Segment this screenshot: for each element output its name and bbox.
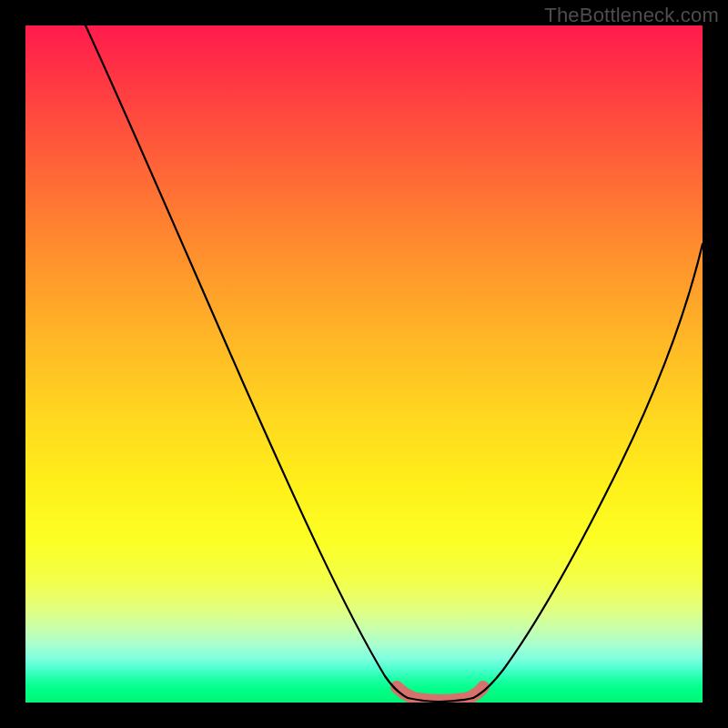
curve-right-branch — [473, 244, 703, 698]
watermark-text: TheBottleneck.com — [544, 4, 719, 27]
plot-area — [25, 25, 703, 703]
curve-layer — [25, 25, 703, 703]
curve-left-branch — [86, 25, 408, 698]
chart-frame: TheBottleneck.com — [0, 0, 728, 728]
